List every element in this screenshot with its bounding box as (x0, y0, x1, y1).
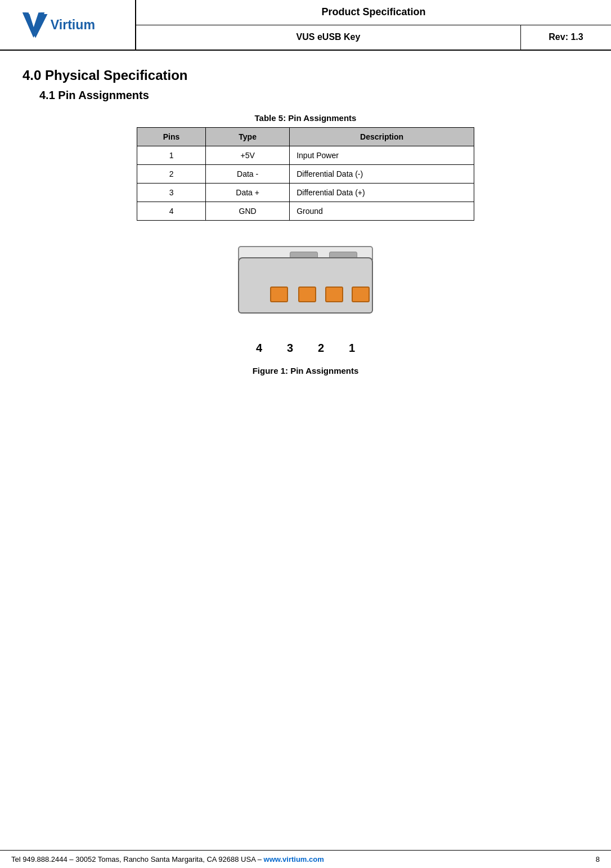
header-info: Product Specification VUS eUSB Key Rev: … (135, 0, 611, 50)
col-type: Type (206, 128, 290, 146)
main-content: 4.0 Physical Specification 4.1 Pin Assig… (0, 51, 611, 409)
pin-contact-3 (298, 287, 316, 302)
pin-assignments-table: Pins Type Description 1+5VInput Power2Da… (137, 127, 474, 221)
header-bottom-row: VUS eUSB Key Rev: 1.3 (136, 25, 611, 50)
usb-body (238, 257, 373, 314)
col-description: Description (290, 128, 474, 146)
pin-label-4: 4 (256, 342, 262, 355)
cell-pin: 3 (137, 184, 206, 202)
table-row: 1+5VInput Power (137, 146, 474, 165)
page-number: 8 (596, 855, 600, 863)
col-pins: Pins (137, 128, 206, 146)
svg-text:Virtium: Virtium (51, 17, 95, 32)
page-header: Virtium Product Specification VUS eUSB K… (0, 0, 611, 51)
doc-type-label: Product Specification (136, 0, 611, 25)
table-row: 4GNDGround (137, 202, 474, 221)
table-row: 2Data -Differential Data (-) (137, 165, 474, 184)
pin-label-2: 2 (318, 342, 324, 355)
cell-description: Differential Data (-) (290, 165, 474, 184)
cell-pin: 1 (137, 146, 206, 165)
section-4-heading: 4.0 Physical Specification (23, 68, 588, 83)
pin-number-labels: 4 3 2 1 (227, 342, 384, 355)
cell-pin: 2 (137, 165, 206, 184)
cell-description: Ground (290, 202, 474, 221)
cell-pin: 4 (137, 202, 206, 221)
revision-label: Rev: 1.3 (521, 25, 611, 50)
logo-area: Virtium (0, 0, 135, 50)
pin-contact-1 (352, 287, 370, 302)
pin-label-1: 1 (349, 342, 355, 355)
pin-contact-4 (270, 287, 288, 302)
page-footer: Tel 949.888.2444 – 30052 Tomas, Rancho S… (0, 850, 611, 868)
table-title: Table 5: Pin Assignments (23, 113, 588, 123)
pin-contact-2 (325, 287, 343, 302)
usb-connector-diagram (227, 243, 384, 333)
virtium-logo: Virtium (23, 10, 113, 41)
table-row: 3Data +Differential Data (+) (137, 184, 474, 202)
cell-description: Input Power (290, 146, 474, 165)
diagram-area: 4 3 2 1 Figure 1: Pin Assignments (23, 243, 588, 381)
cell-type: Data + (206, 184, 290, 202)
cell-type: GND (206, 202, 290, 221)
cell-type: +5V (206, 146, 290, 165)
table-header-row: Pins Type Description (137, 128, 474, 146)
figure-caption: Figure 1: Pin Assignments (253, 366, 359, 375)
cell-type: Data - (206, 165, 290, 184)
product-name-label: VUS eUSB Key (136, 25, 521, 50)
footer-link[interactable]: www.virtium.com (264, 855, 324, 863)
pin-label-3: 3 (287, 342, 293, 355)
section-4-1-heading: 4.1 Pin Assignments (39, 89, 588, 102)
footer-text: Tel 949.888.2444 – 30052 Tomas, Rancho S… (11, 855, 324, 863)
cell-description: Differential Data (+) (290, 184, 474, 202)
